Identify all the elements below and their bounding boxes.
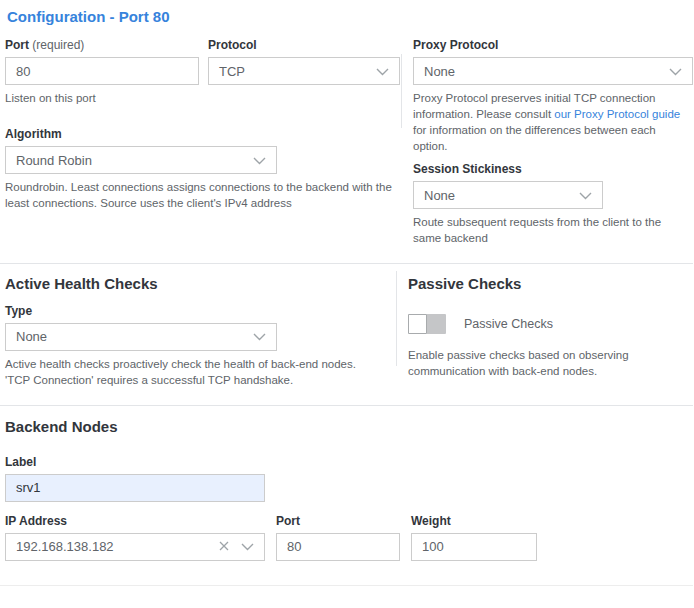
node-port-input[interactable] [276, 533, 400, 561]
port-label: Port (required) [5, 38, 199, 52]
node-divider [0, 585, 693, 586]
passive-checks-helper: Enable passive checks based on observing… [408, 347, 693, 379]
session-stickiness-helper: Route subsequent requests from the clien… [413, 214, 663, 246]
health-check-type-select[interactable]: None [5, 323, 277, 351]
passive-checks-toggle[interactable] [408, 314, 446, 334]
algorithm-select[interactable]: Round Robin [5, 146, 277, 174]
active-health-checks-heading: Active Health Checks [5, 275, 396, 292]
session-stickiness-field: Session Stickiness None Route subsequent… [413, 162, 693, 246]
node-ip-field: IP Address 192.168.138.182 [5, 514, 265, 561]
node-weight-field: Weight [411, 514, 537, 561]
connection-settings-section: Port (required) Listen on this port Prot… [0, 38, 693, 247]
algorithm-field: Algorithm Round Robin [5, 127, 282, 174]
node-ip-select[interactable]: 192.168.138.182 [5, 533, 265, 561]
port-field: Port (required) Listen on this port [5, 38, 199, 106]
node-weight-label: Weight [411, 514, 537, 528]
protocol-label: Protocol [208, 38, 400, 52]
node-label-label: Label [5, 455, 265, 469]
chevron-down-icon [579, 188, 592, 203]
chevron-down-icon [241, 539, 254, 554]
protocol-field: Protocol TCP [208, 38, 400, 106]
chevron-down-icon [669, 64, 682, 79]
algorithm-select-value: Round Robin [16, 153, 92, 168]
backend-nodes-heading: Backend Nodes [5, 418, 693, 435]
node-address-row: IP Address 192.168.138.182 [5, 514, 693, 561]
column-divider [396, 271, 397, 366]
port-helper: Listen on this port [5, 90, 199, 106]
session-stickiness-label: Session Stickiness [413, 162, 693, 176]
proxy-protocol-label: Proxy Protocol [413, 38, 693, 52]
protocol-select[interactable]: TCP [208, 57, 400, 85]
node-ip-label: IP Address [5, 514, 265, 528]
passive-checks-heading: Passive Checks [408, 275, 693, 292]
node-weight-input[interactable] [411, 533, 537, 561]
health-check-type-field: Type None Active health checks proactive… [5, 304, 282, 388]
chevron-down-icon [253, 153, 266, 168]
protocol-select-value: TCP [219, 64, 245, 79]
passive-checks-toggle-row: Passive Checks [408, 314, 693, 334]
proxy-protocol-select[interactable]: None [413, 57, 693, 85]
clear-icon[interactable] [219, 539, 229, 554]
port-input[interactable] [5, 57, 199, 85]
configuration-panel: Configuration - Port 80 Port (required) … [0, 0, 694, 608]
node-label-input[interactable] [5, 474, 265, 502]
node-label-field: Label [5, 455, 265, 502]
health-check-type-label: Type [5, 304, 282, 318]
active-health-checks-helper: Active health checks proactively check t… [5, 356, 375, 388]
toggle-thumb [408, 314, 427, 334]
node-port-field: Port [276, 514, 400, 561]
backend-node: Label IP Address 192.168.138.182 [5, 455, 693, 561]
page-title: Configuration - Port 80 [7, 8, 693, 25]
health-checks-section: Active Health Checks Type None Active he… [0, 264, 693, 388]
passive-checks-toggle-label: Passive Checks [464, 317, 553, 331]
health-check-type-select-value: None [16, 329, 47, 344]
proxy-protocol-field: Proxy Protocol None Proxy Protocol prese… [413, 38, 693, 154]
node-ip-select-value: 192.168.138.182 [16, 539, 114, 554]
column-divider [401, 54, 402, 128]
proxy-protocol-select-value: None [424, 64, 455, 79]
algorithm-label: Algorithm [5, 127, 282, 141]
session-stickiness-select[interactable]: None [413, 181, 603, 209]
chevron-down-icon [376, 64, 389, 79]
chevron-down-icon [253, 329, 266, 344]
required-suffix: (required) [32, 38, 84, 52]
proxy-protocol-helper: Proxy Protocol preserves initial TCP con… [413, 90, 693, 154]
session-stickiness-select-value: None [424, 188, 455, 203]
algorithm-helper: Roundrobin. Least connections assigns co… [5, 179, 395, 211]
backend-nodes-section: Backend Nodes Label IP Address 192.168.1… [0, 406, 693, 608]
proxy-protocol-guide-link[interactable]: our Proxy Protocol guide [554, 108, 680, 120]
node-port-label: Port [276, 514, 400, 528]
